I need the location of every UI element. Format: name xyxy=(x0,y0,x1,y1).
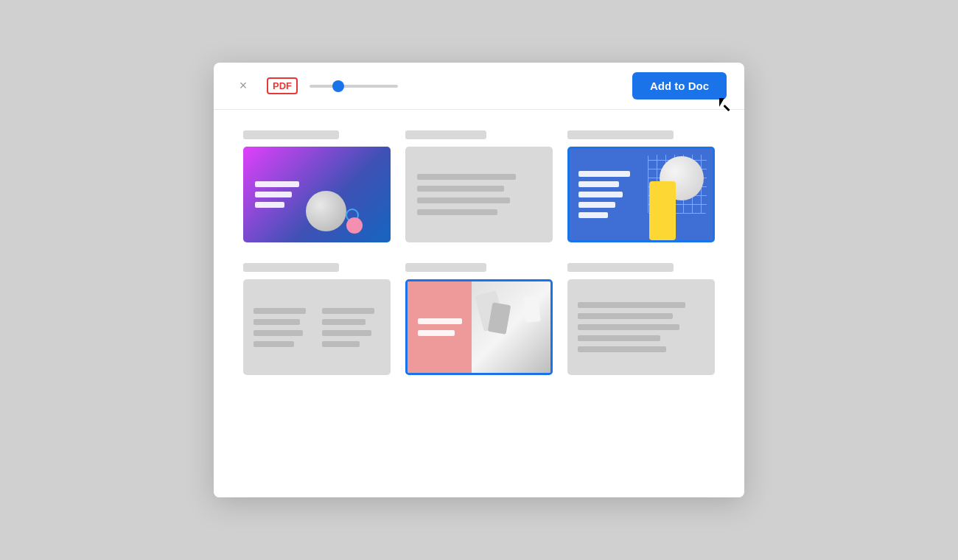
text-line xyxy=(322,319,366,325)
thumb-1-text xyxy=(255,181,299,208)
text-line xyxy=(578,324,679,330)
text-bar xyxy=(255,192,292,197)
text-line xyxy=(254,308,306,314)
add-to-doc-button[interactable]: Add to Doc xyxy=(632,72,727,99)
thumb-5-right xyxy=(472,281,550,373)
card-3-label xyxy=(567,130,674,139)
card-2[interactable] xyxy=(405,130,553,242)
card-4[interactable] xyxy=(243,263,391,375)
card-row-2 xyxy=(243,263,715,375)
card-1-thumbnail[interactable] xyxy=(243,147,391,242)
deco-shape xyxy=(488,302,511,335)
card-4-thumbnail[interactable] xyxy=(243,279,391,375)
card-1[interactable] xyxy=(243,130,391,242)
text-bar xyxy=(578,192,623,197)
text-line xyxy=(578,335,660,341)
modal: × PDF Add to Doc xyxy=(214,63,744,497)
text-bar xyxy=(578,171,630,177)
text-line xyxy=(417,209,497,215)
text-bar xyxy=(255,202,284,208)
card-2-thumbnail[interactable] xyxy=(405,147,553,242)
text-bar xyxy=(418,330,455,336)
card-1-label xyxy=(243,130,339,139)
text-line xyxy=(578,302,685,308)
text-line xyxy=(254,330,303,336)
pink-blob-decoration xyxy=(346,217,363,234)
toolbar: × PDF Add to Doc xyxy=(214,63,744,110)
card-4-label xyxy=(243,263,339,272)
card-5[interactable] xyxy=(405,263,553,375)
text-line xyxy=(322,330,371,336)
text-bar xyxy=(578,212,608,218)
pdf-badge: PDF xyxy=(267,77,298,94)
card-3[interactable] xyxy=(567,130,715,242)
text-line xyxy=(417,174,516,180)
col-right xyxy=(322,308,380,347)
card-2-label xyxy=(405,130,486,139)
text-line xyxy=(322,308,374,314)
card-5-thumbnail[interactable] xyxy=(405,279,553,375)
text-line xyxy=(254,341,294,347)
text-bar xyxy=(578,181,619,187)
card-row-1 xyxy=(243,130,715,242)
close-button[interactable]: × xyxy=(231,74,255,98)
text-line xyxy=(417,197,510,203)
text-line xyxy=(578,346,666,352)
zoom-slider[interactable] xyxy=(310,85,398,88)
text-bar xyxy=(418,318,462,324)
cylinder-decoration xyxy=(649,181,676,240)
slider-container xyxy=(310,85,459,88)
thumb-5-left xyxy=(408,281,472,373)
card-6-thumbnail[interactable] xyxy=(567,279,715,375)
deco-shape xyxy=(524,295,541,323)
text-bar xyxy=(578,202,615,208)
text-bar xyxy=(255,181,299,187)
text-line xyxy=(578,313,673,319)
thumb-3-text xyxy=(578,171,630,218)
toolbar-right: Add to Doc xyxy=(632,72,727,99)
col-left xyxy=(254,308,312,347)
text-line xyxy=(417,186,504,192)
text-line xyxy=(254,319,300,325)
card-5-label xyxy=(405,263,486,272)
text-line xyxy=(322,341,360,347)
card-6[interactable] xyxy=(567,263,715,375)
card-3-thumbnail[interactable] xyxy=(567,147,715,242)
sphere-decoration xyxy=(306,191,346,231)
content-area xyxy=(214,110,744,497)
card-6-label xyxy=(567,263,674,272)
